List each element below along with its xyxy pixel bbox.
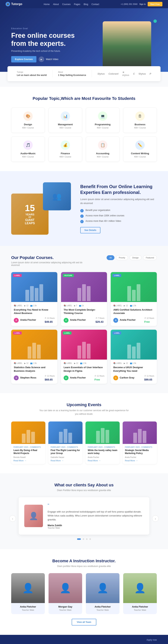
instructor-name-0: Anita Fletcher [11, 605, 45, 608]
filter-all[interactable]: All [107, 255, 114, 260]
filter-design[interactable]: Design [130, 255, 142, 260]
instructor-title-0: Teacher Male [11, 609, 45, 611]
testimonial-prev-button[interactable]: ‹ [9, 515, 16, 522]
events-section: Upcoming Events You can take on as a lea… [0, 393, 168, 474]
nav-contact[interactable]: Contact [91, 3, 99, 6]
hero-subtitle: Presenting Academy the tech school of th… [11, 50, 90, 52]
benefit-image-container: 15 YEARS OF GIANT LEAPS 👥 [11, 182, 71, 235]
view-all-team-button[interactable]: View all Team [72, 619, 96, 626]
content-icon: ✏️ [135, 140, 145, 150]
course-meta-1: 📚 LABEL ▶ 7 👥 1k [64, 304, 105, 307]
instructor-title-1: Teacher Male [48, 609, 82, 611]
topic-card-finance[interactable]: 💰 Finance 400+ Course [48, 136, 82, 162]
hero-section: Education Goal Free online courses from … [0, 8, 168, 72]
topic-card-design[interactable]: 🎨 Design 400+ Course [11, 108, 45, 133]
nav-home[interactable]: Home [44, 3, 50, 6]
nav-dot-2[interactable] [83, 538, 84, 540]
filter-featured[interactable]: Featured [143, 255, 157, 260]
course-meta-3: 📚 LABEL ▶ 12 👥 1.5k [14, 362, 55, 364]
topic-card-audio[interactable]: 🎵 Audio+Music 400+ Course [11, 136, 45, 162]
course-instructor-5: C Carlton Gray [113, 376, 134, 380]
event-read-1[interactable]: Read More → [51, 460, 80, 462]
nav-blog[interactable]: Blog [84, 3, 88, 6]
topic-card-programming[interactable]: 💻 Programming 400+ Course [86, 108, 120, 133]
instructor-name-3: Anita Fletcher [123, 605, 157, 608]
course-name-1: The Most Complete Design-Thinking Course [64, 308, 105, 315]
courses-header-left: Our Popular Courses. Lorem ipsum dolor s… [11, 255, 86, 266]
course-image-1: FEATURE [61, 272, 107, 302]
nav-dot-1[interactable] [77, 538, 81, 540]
course-name-3: Statistics Data Science and Business Ana… [14, 366, 55, 372]
course-instructor-4: A Anela Fischer [64, 376, 86, 380]
course-img-silhouette-4 [61, 330, 107, 360]
hero-goal-label: Education Goal [11, 27, 90, 30]
topic-card-content[interactable]: ✏️ Content Writing 400+ Course [123, 136, 157, 162]
event-image-2 [85, 422, 120, 444]
instructors-section: Become A Instruction Instructor. Diam po… [0, 549, 168, 635]
nav-about[interactable]: About [53, 3, 59, 6]
course-instructor-2: A Anela Fischer [113, 318, 136, 323]
event-read-3[interactable]: Read More → [125, 460, 155, 462]
course-body-0: 📚 LABEL ▶ 12 👥 1.5k Everything You Need … [11, 302, 57, 326]
course-name-5: Become a UI/UX Designer Everything You n… [113, 366, 154, 372]
course-img-silhouette-0 [11, 272, 57, 302]
course-img-silhouette-2 [111, 272, 157, 302]
filter-priority[interactable]: Priority [116, 255, 128, 260]
course-name-0: Everything You Need to Know About Busine… [14, 308, 55, 315]
topic-card-business[interactable]: 🗓 Business 400+ Course [123, 108, 157, 133]
nav-dot-4[interactable] [89, 538, 91, 540]
start-button[interactable]: Start Free [148, 2, 163, 6]
navbar-actions: +1 (000) 301 5560 Sign In Start Free [121, 2, 163, 6]
course-meta-0: 📚 LABEL ▶ 12 👥 1.5k [14, 304, 55, 307]
event-date-1: FEBRUARY 2023 - COMMENTS [51, 446, 80, 448]
event-read-0[interactable]: Read More → [13, 460, 43, 462]
topic-card-management[interactable]: 📊 Management 400+ Course [48, 108, 82, 133]
programming-icon: 💻 [98, 112, 107, 121]
topics-grid: 🎨 Design 400+ Course 📊 Management 400+ C… [11, 108, 157, 162]
nav-dot-3[interactable] [86, 538, 88, 540]
instructors-title: Become A Instruction Instructor. [11, 558, 157, 564]
see-details-button[interactable]: See Details [80, 227, 100, 233]
course-img-silhouette-3 [11, 330, 57, 360]
events-desc: You can take on as a learning burden to … [37, 409, 131, 416]
course-img-silhouette-5 [111, 330, 157, 360]
partner-logo-1: Slytus [97, 72, 105, 75]
apply-now-link[interactable]: Apply now [147, 638, 157, 641]
logo-icon: 🎓 [5, 2, 10, 6]
instructor-title-3: Teacher Male [123, 609, 157, 611]
watch-video-button[interactable]: ▶ Watch Video [39, 56, 58, 62]
event-read-2[interactable]: Read More → [88, 460, 117, 462]
management-icon: 📊 [61, 112, 70, 121]
testimonial-next-button[interactable]: › [152, 515, 159, 522]
event-body-1: FEBRUARY 2023 - COMMENTS Find The Right … [48, 444, 83, 464]
partner-logos: Slytus Colorant ★ slytus C Slytus P [97, 71, 151, 76]
check-icon-2: ✓ [80, 214, 84, 218]
nav-pages[interactable]: Pages [74, 3, 80, 6]
apply-section: Apply now [0, 635, 168, 644]
instructor-image-3: 👤 [123, 573, 157, 603]
event-image-1 [48, 422, 83, 444]
courses-section: Our Popular Courses. Lorem ipsum dolor s… [0, 246, 168, 393]
topic-card-accounting[interactable]: 📋 Accounting 400+ Course [86, 136, 120, 162]
partner-divider-2 [92, 70, 92, 78]
course-body-5: 📚 LABEL ▶ 12 👥 1.5k Become a UI/UX Desig… [111, 360, 157, 384]
event-card-3: FEBRUARY 2023 - COMMENTS Strategic Socia… [123, 422, 157, 464]
partner-logo-6: P [150, 72, 151, 75]
testimonial-nav-dots [19, 538, 149, 540]
design-icon: 🎨 [23, 112, 33, 121]
courses-desc: Lorem ipsum dolor sit amet consectetur a… [11, 261, 86, 266]
course-body-1: 📚 LABEL ▶ 7 👥 1k The Most Complete Desig… [61, 302, 107, 326]
instructor-card-2: 👤 Anita Fletcher Teacher Male [86, 573, 120, 614]
instructor-avatar-1: A [64, 318, 68, 323]
course-price-3: $68.65 [45, 378, 54, 381]
testimonial-header: What our clients Say About us Diam Portt… [11, 483, 157, 492]
phone-number: +1 (000) 301 5560 [121, 3, 137, 5]
brand[interactable]: 🎓 Tutorgo [5, 2, 22, 6]
signin-button[interactable]: Sign In [139, 3, 146, 5]
explore-courses-button[interactable]: Explore Courses [11, 56, 36, 62]
benefit-section: 15 YEARS OF GIANT LEAPS 👥 Benefit From O… [0, 171, 168, 246]
nav-courses[interactable]: Courses [62, 3, 71, 6]
event-author-3: Anela Fischer [125, 456, 155, 458]
course-price-2: Free [144, 320, 154, 323]
course-name-2: AWS Certified Solutions Architect Associ… [113, 308, 154, 315]
